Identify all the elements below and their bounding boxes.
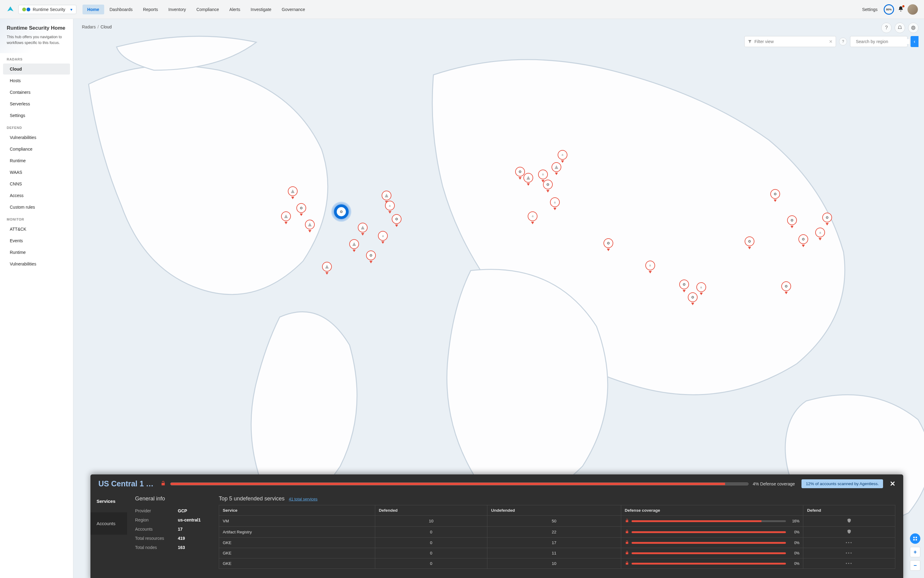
sidebar-item-cnns[interactable]: CNNS bbox=[3, 179, 70, 189]
detail-tab-services[interactable]: Services bbox=[91, 490, 127, 512]
map-pin[interactable] bbox=[331, 201, 351, 222]
svg-point-17 bbox=[775, 193, 776, 195]
map-pin[interactable] bbox=[679, 279, 689, 291]
main-content: Radars / Cloud ? ✕ ? ‹ bbox=[73, 19, 924, 578]
map-pin[interactable] bbox=[322, 262, 332, 273]
breadcrumb: Radars / Cloud bbox=[82, 24, 112, 29]
map-pin[interactable] bbox=[787, 215, 797, 227]
map-pin[interactable] bbox=[305, 220, 315, 231]
breadcrumb-parent[interactable]: Radars bbox=[82, 24, 96, 29]
filter-view-input[interactable]: ✕ bbox=[744, 36, 836, 47]
map-pin[interactable]: a bbox=[815, 227, 825, 239]
map-pin[interactable]: a bbox=[550, 197, 560, 209]
funnel-icon bbox=[748, 39, 752, 44]
svg-point-16 bbox=[749, 241, 750, 242]
nav-investigate[interactable]: Investigate bbox=[246, 5, 276, 15]
nav-compliance[interactable]: Compliance bbox=[192, 5, 224, 15]
table-heading: Top 5 undefended services bbox=[219, 495, 284, 502]
filter-input-field[interactable] bbox=[754, 39, 808, 44]
sidebar-item-custom-rules[interactable]: Custom rules bbox=[3, 201, 70, 213]
zoom-in-button[interactable]: + bbox=[910, 547, 920, 557]
sidebar-item-runtime[interactable]: Runtime bbox=[3, 155, 70, 166]
sidebar-item-access[interactable]: Access bbox=[3, 190, 70, 201]
svg-point-13 bbox=[608, 243, 609, 244]
map-pin[interactable] bbox=[392, 214, 401, 226]
collapse-panel-button[interactable]: ‹ bbox=[911, 36, 919, 47]
more-icon[interactable]: ••• bbox=[846, 561, 853, 566]
sidebar-section-defend: DEFEND bbox=[0, 122, 73, 132]
toolbar-buttons: ? bbox=[881, 23, 919, 33]
brand-logo-icon[interactable] bbox=[6, 5, 15, 14]
map-pin[interactable]: a bbox=[645, 261, 655, 272]
map-pin[interactable]: a bbox=[378, 231, 388, 243]
map-pin[interactable] bbox=[604, 238, 613, 250]
sidebar-item-vulnerabilities[interactable]: Vulnerabilities bbox=[3, 258, 70, 270]
svg-point-18 bbox=[792, 220, 793, 221]
map-pin[interactable]: a bbox=[528, 211, 538, 223]
map-pin[interactable] bbox=[281, 211, 291, 223]
unlock-icon bbox=[161, 481, 166, 487]
map-pin[interactable] bbox=[770, 189, 780, 201]
more-icon[interactable]: ••• bbox=[846, 551, 853, 555]
table-row: VM105016% bbox=[219, 516, 895, 527]
map-pin[interactable] bbox=[296, 203, 306, 215]
sidebar-item-compliance[interactable]: Compliance bbox=[3, 144, 70, 154]
user-avatar[interactable] bbox=[908, 4, 918, 15]
zoom-out-button[interactable]: − bbox=[910, 560, 920, 571]
nav-reports[interactable]: Reports bbox=[138, 5, 163, 15]
product-dropdown[interactable]: Runtime Security ▾ bbox=[18, 5, 76, 14]
sidebar-item-waas[interactable]: WAAS bbox=[3, 167, 70, 178]
map-pin[interactable] bbox=[688, 292, 698, 304]
col-header: Service bbox=[219, 505, 375, 516]
alerts-button[interactable] bbox=[895, 23, 905, 33]
map-pin[interactable] bbox=[523, 173, 533, 185]
shield-icon[interactable] bbox=[847, 520, 852, 524]
map-pin[interactable]: a bbox=[385, 201, 395, 212]
sidebar-item-hosts[interactable]: Hosts bbox=[3, 75, 70, 86]
map-pin[interactable] bbox=[366, 250, 376, 262]
map-pin[interactable] bbox=[349, 239, 359, 251]
settings-link[interactable]: Settings bbox=[862, 7, 878, 12]
coverage-label: 4% Defense coverage bbox=[753, 481, 795, 486]
total-services-link[interactable]: 41 total services bbox=[289, 497, 317, 501]
sidebar-item-events[interactable]: Events bbox=[3, 235, 70, 246]
clear-filter-icon[interactable]: ✕ bbox=[829, 39, 833, 44]
map-pin[interactable] bbox=[822, 213, 832, 224]
close-panel-button[interactable]: ✕ bbox=[890, 480, 895, 488]
nav-inventory[interactable]: Inventory bbox=[164, 5, 191, 15]
nav-governance[interactable]: Governance bbox=[277, 5, 310, 15]
shield-icon[interactable] bbox=[847, 530, 852, 535]
nav-home[interactable]: Home bbox=[83, 5, 104, 15]
detail-tab-accounts[interactable]: Accounts bbox=[91, 512, 127, 535]
map-pin[interactable] bbox=[543, 180, 553, 191]
map-pin[interactable]: a bbox=[697, 282, 706, 294]
region-input-field[interactable] bbox=[856, 39, 909, 44]
help-button[interactable]: ? bbox=[881, 23, 892, 33]
region-search-input[interactable] bbox=[850, 36, 908, 47]
map-pin[interactable] bbox=[552, 162, 561, 174]
sidebar-item-att&ck[interactable]: ATT&CK bbox=[3, 224, 70, 235]
filter-help-button[interactable]: ? bbox=[839, 37, 847, 45]
unlock-icon bbox=[625, 561, 629, 566]
sidebar-item-containers[interactable]: Containers bbox=[3, 87, 70, 98]
notifications-bell-icon[interactable] bbox=[898, 6, 904, 13]
sidebar-item-vulnerabilities[interactable]: Vulnerabilities bbox=[3, 132, 70, 143]
sidebar-item-runtime[interactable]: Runtime bbox=[3, 247, 70, 258]
map-pin[interactable] bbox=[798, 234, 808, 246]
radar-button[interactable] bbox=[908, 23, 919, 33]
product-name: Runtime Security bbox=[33, 7, 65, 12]
agentless-badge[interactable]: 12% of accounts scanned by Agentless. bbox=[801, 479, 883, 488]
sidebar-item-cloud[interactable]: Cloud bbox=[3, 63, 70, 75]
sidebar-item-settings[interactable]: Settings bbox=[3, 110, 70, 121]
map-pin[interactable] bbox=[288, 186, 297, 198]
map-pin[interactable] bbox=[745, 237, 754, 248]
map-pin[interactable] bbox=[781, 281, 791, 293]
sidebar-item-serverless[interactable]: Serverless bbox=[3, 98, 70, 109]
more-icon[interactable]: ••• bbox=[846, 541, 853, 545]
map-pin[interactable] bbox=[358, 223, 368, 234]
nav-alerts[interactable]: Alerts bbox=[224, 5, 245, 15]
nav-dashboards[interactable]: Dashboards bbox=[105, 5, 138, 15]
map-pin[interactable]: a bbox=[558, 150, 567, 162]
map-info-button[interactable] bbox=[910, 533, 920, 544]
gauge-badge[interactable]: 80% bbox=[883, 4, 894, 15]
